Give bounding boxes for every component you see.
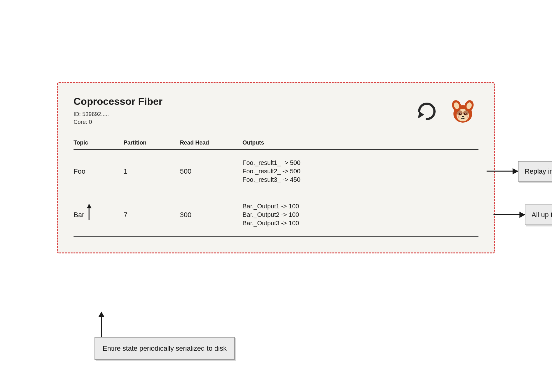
cell-partition-bar: 7 bbox=[124, 211, 180, 219]
col-header-partition: Partition bbox=[124, 140, 180, 146]
callout-box: Entire state periodically serialized to … bbox=[95, 337, 235, 360]
bar-status-box: All up to date bbox=[525, 204, 552, 225]
table-row: Bar 7 300 Bar._Output1 -> 100 Bar._Outpu… bbox=[74, 193, 478, 237]
bar-upward-arrow bbox=[89, 204, 89, 220]
id-label: ID: 539692..... bbox=[74, 111, 163, 118]
refresh-icon[interactable] bbox=[416, 100, 438, 122]
header-right bbox=[416, 96, 478, 127]
bar-status-container: All up to date bbox=[493, 204, 552, 225]
table-header-row: Topic Partition Read Head Outputs bbox=[74, 140, 478, 150]
cell-outputs-bar: Bar._Output1 -> 100 Bar._Output2 -> 100 … bbox=[243, 203, 361, 227]
output-line: Foo._result2_ -> 500 bbox=[243, 168, 361, 175]
output-line: Bar._Output1 -> 100 bbox=[243, 203, 361, 210]
foo-status-container: Replay initiated bbox=[487, 161, 552, 182]
svg-point-14 bbox=[458, 116, 459, 118]
callout-arrow bbox=[101, 312, 102, 337]
arrow-bar bbox=[493, 214, 525, 215]
main-card: Coprocessor Fiber ID: 539692..... Core: … bbox=[57, 82, 495, 253]
cell-outputs-foo: Foo._result1_ -> 500 Foo._result2_ -> 50… bbox=[243, 159, 361, 183]
svg-point-12 bbox=[457, 110, 463, 115]
output-line: Bar._Output2 -> 100 bbox=[243, 211, 361, 218]
arrow-foo bbox=[487, 171, 518, 172]
page-container: Coprocessor Fiber ID: 539692..... Core: … bbox=[57, 82, 495, 310]
callout-arrow-line bbox=[101, 312, 102, 337]
mascot-icon bbox=[447, 96, 478, 127]
page-title: Coprocessor Fiber bbox=[74, 96, 163, 107]
col-header-outputs: Outputs bbox=[243, 140, 361, 146]
cell-topic-bar: Bar bbox=[74, 211, 124, 219]
svg-point-7 bbox=[462, 116, 464, 117]
core-label: Core: 0 bbox=[74, 119, 163, 125]
table-row: Foo 1 500 Foo._result1_ -> 500 Foo._resu… bbox=[74, 150, 478, 193]
svg-point-13 bbox=[463, 110, 469, 115]
cell-topic-foo: Foo bbox=[74, 167, 124, 176]
foo-status-box: Replay initiated bbox=[518, 161, 552, 182]
col-header-topic: Topic bbox=[74, 140, 124, 146]
output-line: Bar._Output3 -> 100 bbox=[243, 220, 361, 227]
cell-readhead-bar: 300 bbox=[180, 211, 243, 219]
svg-point-15 bbox=[467, 116, 468, 118]
col-header-readhead: Read Head bbox=[180, 140, 243, 146]
cell-readhead-foo: 500 bbox=[180, 167, 243, 176]
output-line: Foo._result1_ -> 500 bbox=[243, 159, 361, 166]
table-section: Topic Partition Read Head Outputs Foo 1 … bbox=[74, 140, 478, 237]
output-line: Foo._result3_ -> 450 bbox=[243, 176, 361, 183]
bar-status-text: All up to date bbox=[532, 210, 552, 220]
callout-text: Entire state periodically serialized to … bbox=[103, 343, 227, 354]
foo-status-text: Replay initiated bbox=[525, 166, 552, 176]
bottom-callout-container: Entire state periodically serialized to … bbox=[95, 312, 235, 360]
header-left: Coprocessor Fiber ID: 539692..... Core: … bbox=[74, 96, 163, 127]
cell-partition-foo: 1 bbox=[124, 167, 180, 176]
header-area: Coprocessor Fiber ID: 539692..... Core: … bbox=[74, 96, 478, 127]
